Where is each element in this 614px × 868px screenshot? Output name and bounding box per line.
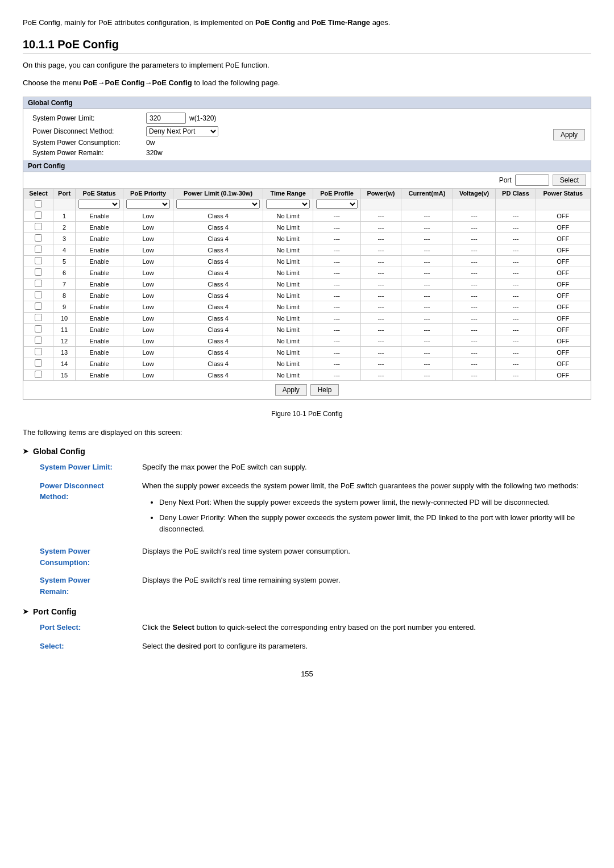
row-time-range: No Limit [263,279,313,290]
row-voltage: --- [453,290,496,301]
row-poe-priority: Low [123,369,173,381]
filter-poe-profile-cell [313,198,360,210]
row-checkbox[interactable] [35,234,42,242]
row-power: --- [360,233,401,244]
following-text: The following items are displayed on thi… [23,427,591,439]
row-checkbox[interactable] [35,280,42,287]
row-power-limit: Class 4 [173,256,263,267]
row-checkbox[interactable] [35,291,42,298]
port-number-input[interactable] [515,175,549,186]
row-select-cell [24,233,53,244]
filter-poe-priority-select[interactable]: LowHigh [126,200,170,209]
row-select-cell [24,335,53,347]
row-checkbox[interactable] [35,211,42,219]
intro-paragraph: PoE Config, mainly for PoE attributes co… [23,17,591,29]
row-poe-priority: Low [123,290,173,301]
row-checkbox[interactable] [35,371,42,378]
row-poe-status: Enable [76,358,123,369]
row-pd-class: --- [496,324,536,335]
row-voltage: --- [453,358,496,369]
row-checkbox[interactable] [35,337,42,344]
row-checkbox[interactable] [35,314,42,321]
row-current: --- [401,210,453,222]
row-select-cell [24,267,53,279]
row-port: 13 [53,347,75,358]
table-help-button[interactable]: Help [310,384,339,396]
global-config-body: System Power Limit: w(1-320) Power Disco… [23,109,591,160]
row-poe-status: Enable [76,324,123,335]
row-pd-class: --- [496,335,536,347]
col-poe-profile: PoE Profile [313,189,360,198]
row-checkbox[interactable] [35,348,42,355]
system-power-limit-input[interactable] [146,113,186,124]
row-pd-class: --- [496,347,536,358]
row-poe-priority: Low [123,347,173,358]
row-power: --- [360,358,401,369]
row-pd-class: --- [496,369,536,381]
system-power-remain-value: 320w [146,149,582,157]
col-poe-status: PoE Status [76,189,123,198]
col-voltage: Voltage(v) [453,189,496,198]
row-poe-priority: Low [123,267,173,279]
col-power-limit: Power Limit (0.1w-30w) [173,189,263,198]
filter-time-range-select[interactable]: No Limit [266,200,310,209]
row-power-limit: Class 4 [173,301,263,313]
filter-poe-profile-select[interactable] [316,200,357,209]
port-table-body: 1 Enable Low Class 4 No Limit --- --- --… [24,210,591,381]
row-port: 4 [53,244,75,256]
row-poe-priority: Low [123,358,173,369]
filter-power-limit-select[interactable]: Class 4 [176,200,260,209]
table-row: 4 Enable Low Class 4 No Limit --- --- --… [24,244,591,256]
row-select-cell [24,210,53,222]
row-power-status: OFF [536,279,590,290]
table-filter-row: EnableDisable LowHigh Class 4 [24,198,591,210]
table-apply-button[interactable]: Apply [275,384,307,396]
system-power-limit-desc-label: System Power Limit: [40,462,142,474]
row-time-range: No Limit [263,301,313,313]
row-checkbox[interactable] [35,223,42,230]
row-poe-profile: --- [313,267,360,279]
table-row: 2 Enable Low Class 4 No Limit --- --- --… [24,222,591,233]
row-checkbox[interactable] [35,302,42,310]
filter-poe-status-select[interactable]: EnableDisable [78,200,120,209]
row-poe-priority: Low [123,244,173,256]
power-disconnect-select[interactable]: Deny Next Port Deny Lower Priority [146,126,218,136]
global-apply-button[interactable]: Apply [553,129,585,140]
row-port: 2 [53,222,75,233]
system-power-consumption-label: System Power Consumption: [32,139,146,147]
port-select-desc-value: Click the Select button to quick-select … [142,622,591,634]
row-voltage: --- [453,369,496,381]
row-voltage: --- [453,210,496,222]
port-table-container: Select Port PoE Status PoE Priority Powe… [23,188,591,399]
row-poe-profile: --- [313,244,360,256]
row-voltage: --- [453,324,496,335]
row-checkbox[interactable] [35,359,42,367]
row-select-cell [24,279,53,290]
row-poe-profile: --- [313,301,360,313]
row-power-limit: Class 4 [173,313,263,324]
row-poe-profile: --- [313,210,360,222]
row-power: --- [360,290,401,301]
filter-select-checkbox[interactable] [35,200,42,207]
config-box: Global Config System Power Limit: w(1-32… [23,97,591,400]
row-current: --- [401,358,453,369]
filter-poe-priority-cell: LowHigh [123,198,173,210]
port-select-button[interactable]: Select [553,175,586,186]
table-row: 9 Enable Low Class 4 No Limit --- --- --… [24,301,591,313]
row-checkbox[interactable] [35,325,42,333]
row-pd-class: --- [496,301,536,313]
col-power: Power(w) [360,189,401,198]
row-current: --- [401,233,453,244]
row-poe-status: Enable [76,233,123,244]
row-current: --- [401,267,453,279]
row-checkbox[interactable] [35,268,42,276]
row-power: --- [360,313,401,324]
row-power-limit: Class 4 [173,347,263,358]
table-bottom-buttons: Apply Help [23,381,591,399]
row-port: 3 [53,233,75,244]
row-checkbox[interactable] [35,246,42,253]
row-power-limit: Class 4 [173,267,263,279]
row-checkbox[interactable] [35,257,42,264]
row-port: 14 [53,358,75,369]
filter-voltage-cell [453,198,496,210]
